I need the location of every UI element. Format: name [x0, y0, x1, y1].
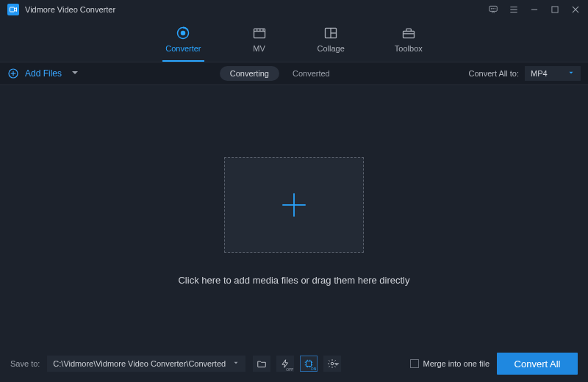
open-folder-button[interactable]	[253, 356, 270, 372]
tab-mv-label: MV	[253, 44, 265, 53]
app-logo-icon	[7, 4, 19, 15]
chevron-down-icon	[69, 67, 81, 81]
tab-toolbox[interactable]: Toolbox	[392, 23, 426, 62]
footer-tool-icons: OFF ON	[253, 356, 341, 372]
tab-converter[interactable]: Converter	[162, 23, 204, 62]
close-icon[interactable]	[570, 4, 581, 15]
titlebar: Vidmore Video Converter	[0, 0, 588, 18]
convert-all-label: Convert All	[514, 358, 561, 370]
svg-point-13	[182, 32, 185, 35]
menu-icon[interactable]	[509, 4, 519, 15]
svg-point-2	[491, 8, 492, 9]
dropzone-hint: Click here to add media files or drag th…	[178, 275, 409, 286]
tab-collage[interactable]: Collage	[315, 23, 348, 62]
convert-all-to-label: Convert All to:	[469, 69, 519, 78]
minimize-icon[interactable]	[529, 4, 539, 15]
svg-point-4	[495, 8, 495, 9]
conversion-status-tabs: Converting Converted	[220, 66, 330, 81]
hardware-accel-toggle[interactable]: ON	[300, 356, 318, 372]
window-controls	[488, 4, 581, 15]
high-speed-toggle[interactable]: OFF	[276, 356, 294, 372]
toolbar: Add Files Converting Converted Convert A…	[0, 62, 588, 85]
feedback-icon[interactable]	[488, 4, 498, 15]
chevron-down-icon	[567, 69, 575, 78]
add-media-dropzone[interactable]	[224, 157, 364, 253]
merge-into-one-file-checkbox[interactable]: Merge into one file	[410, 359, 490, 368]
main-nav: Converter MV Collage Toolbox	[0, 18, 588, 62]
tab-collage-label: Collage	[318, 44, 345, 53]
settings-button[interactable]	[323, 356, 341, 372]
tab-converting[interactable]: Converting	[220, 66, 279, 81]
save-to-label: Save to:	[10, 359, 40, 368]
convert-all-button[interactable]: Convert All	[497, 353, 578, 375]
save-path-dropdown[interactable]: C:\Vidmore\Vidmore Video Converter\Conve…	[47, 356, 245, 372]
convert-all-to: Convert All to: MP4	[469, 66, 581, 81]
tab-converter-label: Converter	[165, 44, 201, 53]
svg-rect-22	[403, 32, 414, 38]
tab-mv[interactable]: MV	[248, 23, 270, 62]
tab-toolbox-label: Toolbox	[395, 44, 423, 53]
maximize-icon[interactable]	[550, 4, 560, 15]
svg-rect-29	[306, 361, 312, 367]
save-path-value: C:\Vidmore\Vidmore Video Converter\Conve…	[53, 359, 226, 368]
app-title: Vidmore Video Converter	[25, 5, 115, 14]
add-files-label: Add Files	[25, 68, 62, 79]
svg-rect-9	[552, 6, 558, 12]
checkbox-icon	[410, 359, 419, 368]
chevron-down-icon	[331, 359, 342, 372]
footer: Save to: C:\Vidmore\Vidmore Video Conver…	[0, 345, 588, 382]
svg-rect-0	[10, 7, 15, 12]
output-format-dropdown[interactable]: MP4	[525, 66, 581, 81]
tab-converted[interactable]: Converted	[293, 69, 330, 78]
add-files-button[interactable]: Add Files	[7, 67, 81, 81]
workspace: Click here to add media files or drag th…	[0, 85, 588, 357]
svg-point-3	[493, 8, 494, 9]
merge-label: Merge into one file	[423, 359, 490, 368]
output-format-value: MP4	[531, 69, 548, 78]
chevron-down-icon	[232, 359, 240, 368]
